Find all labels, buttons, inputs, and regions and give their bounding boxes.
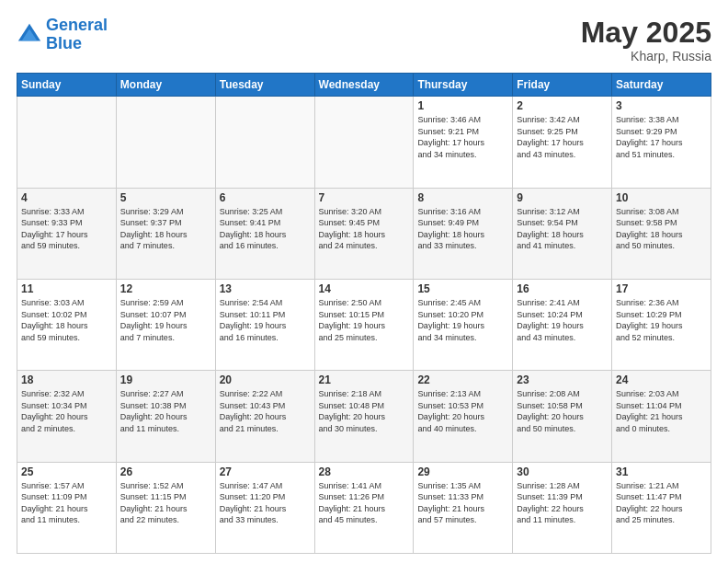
- day-number: 26: [120, 465, 211, 478]
- day-number: 8: [417, 191, 508, 204]
- logo-general: General: [46, 16, 108, 34]
- day-info: Sunrise: 2:32 AM Sunset: 10:34 PM Daylig…: [21, 388, 112, 434]
- day-info: Sunrise: 3:29 AM Sunset: 9:37 PM Dayligh…: [120, 206, 211, 252]
- title-block: May 2025 Kharp, Russia: [581, 17, 711, 63]
- day-number: 6: [220, 191, 311, 204]
- header: General Blue May 2025 Kharp, Russia: [17, 17, 711, 63]
- day-number: 16: [517, 282, 608, 295]
- day-info: Sunrise: 2:59 AM Sunset: 10:07 PM Daylig…: [120, 297, 211, 343]
- day-number: 15: [417, 282, 508, 295]
- day-info: Sunrise: 2:45 AM Sunset: 10:20 PM Daylig…: [417, 297, 508, 343]
- day-cell: 9Sunrise: 3:12 AM Sunset: 9:54 PM Daylig…: [513, 188, 612, 279]
- day-info: Sunrise: 2:54 AM Sunset: 10:11 PM Daylig…: [220, 297, 311, 343]
- day-cell: 8Sunrise: 3:16 AM Sunset: 9:49 PM Daylig…: [414, 188, 513, 279]
- day-info: Sunrise: 2:36 AM Sunset: 10:29 PM Daylig…: [616, 297, 707, 343]
- day-info: Sunrise: 1:52 AM Sunset: 11:15 PM Daylig…: [120, 480, 211, 526]
- day-cell: [116, 97, 215, 188]
- day-cell: 4Sunrise: 3:33 AM Sunset: 9:33 PM Daylig…: [17, 188, 117, 279]
- day-info: Sunrise: 2:13 AM Sunset: 10:53 PM Daylig…: [417, 388, 508, 434]
- day-info: Sunrise: 2:27 AM Sunset: 10:38 PM Daylig…: [120, 388, 211, 434]
- day-number: 14: [319, 282, 410, 295]
- logo-icon: [17, 22, 42, 48]
- day-cell: 11Sunrise: 3:03 AM Sunset: 10:02 PM Dayl…: [17, 279, 117, 370]
- day-info: Sunrise: 1:47 AM Sunset: 11:20 PM Daylig…: [220, 480, 311, 526]
- day-cell: 7Sunrise: 3:20 AM Sunset: 9:45 PM Daylig…: [314, 188, 414, 279]
- day-number: 19: [120, 373, 211, 386]
- day-cell: 13Sunrise: 2:54 AM Sunset: 10:11 PM Dayl…: [215, 279, 314, 370]
- day-cell: 15Sunrise: 2:45 AM Sunset: 10:20 PM Dayl…: [414, 279, 513, 370]
- day-info: Sunrise: 3:42 AM Sunset: 9:25 PM Dayligh…: [517, 114, 608, 160]
- day-info: Sunrise: 2:41 AM Sunset: 10:24 PM Daylig…: [517, 297, 608, 343]
- week-row-3: 11Sunrise: 3:03 AM Sunset: 10:02 PM Dayl…: [17, 279, 711, 370]
- day-info: Sunrise: 3:25 AM Sunset: 9:41 PM Dayligh…: [220, 206, 311, 252]
- day-number: 9: [517, 191, 608, 204]
- day-cell: 22Sunrise: 2:13 AM Sunset: 10:53 PM Dayl…: [414, 371, 513, 462]
- day-info: Sunrise: 2:22 AM Sunset: 10:43 PM Daylig…: [220, 388, 311, 434]
- day-number: 13: [220, 282, 311, 295]
- day-cell: 27Sunrise: 1:47 AM Sunset: 11:20 PM Dayl…: [215, 462, 314, 553]
- logo-text: General Blue: [46, 17, 108, 53]
- week-row-1: 1Sunrise: 3:46 AM Sunset: 9:21 PM Daylig…: [17, 97, 711, 188]
- day-cell: 23Sunrise: 2:08 AM Sunset: 10:58 PM Dayl…: [513, 371, 612, 462]
- day-number: 24: [616, 373, 707, 386]
- day-header-sunday: Sunday: [17, 74, 117, 97]
- logo: General Blue: [17, 17, 108, 53]
- day-cell: 31Sunrise: 1:21 AM Sunset: 11:47 PM Dayl…: [612, 462, 711, 553]
- page: General Blue May 2025 Kharp, Russia Sund…: [0, 0, 728, 563]
- day-number: 5: [120, 191, 211, 204]
- main-title: May 2025: [581, 17, 711, 49]
- day-info: Sunrise: 3:16 AM Sunset: 9:49 PM Dayligh…: [417, 206, 508, 252]
- day-number: 20: [220, 373, 311, 386]
- logo-blue: Blue: [46, 34, 82, 52]
- day-number: 3: [616, 99, 707, 112]
- day-cell: 20Sunrise: 2:22 AM Sunset: 10:43 PM Dayl…: [215, 371, 314, 462]
- day-cell: 25Sunrise: 1:57 AM Sunset: 11:09 PM Dayl…: [17, 462, 117, 553]
- day-cell: 5Sunrise: 3:29 AM Sunset: 9:37 PM Daylig…: [116, 188, 215, 279]
- week-row-2: 4Sunrise: 3:33 AM Sunset: 9:33 PM Daylig…: [17, 188, 711, 279]
- day-info: Sunrise: 2:50 AM Sunset: 10:15 PM Daylig…: [319, 297, 410, 343]
- day-header-friday: Friday: [513, 74, 612, 97]
- day-cell: 14Sunrise: 2:50 AM Sunset: 10:15 PM Dayl…: [314, 279, 414, 370]
- day-cell: 6Sunrise: 3:25 AM Sunset: 9:41 PM Daylig…: [215, 188, 314, 279]
- day-cell: 1Sunrise: 3:46 AM Sunset: 9:21 PM Daylig…: [414, 97, 513, 188]
- day-info: Sunrise: 1:35 AM Sunset: 11:33 PM Daylig…: [417, 480, 508, 526]
- subtitle: Kharp, Russia: [581, 49, 711, 63]
- week-row-5: 25Sunrise: 1:57 AM Sunset: 11:09 PM Dayl…: [17, 462, 711, 553]
- day-info: Sunrise: 3:20 AM Sunset: 9:45 PM Dayligh…: [319, 206, 410, 252]
- day-info: Sunrise: 1:41 AM Sunset: 11:26 PM Daylig…: [319, 480, 410, 526]
- day-info: Sunrise: 3:08 AM Sunset: 9:58 PM Dayligh…: [616, 206, 707, 252]
- day-info: Sunrise: 1:57 AM Sunset: 11:09 PM Daylig…: [21, 480, 112, 526]
- day-info: Sunrise: 2:08 AM Sunset: 10:58 PM Daylig…: [517, 388, 608, 434]
- day-number: 22: [417, 373, 508, 386]
- day-info: Sunrise: 3:38 AM Sunset: 9:29 PM Dayligh…: [616, 114, 707, 160]
- day-info: Sunrise: 2:18 AM Sunset: 10:48 PM Daylig…: [319, 388, 410, 434]
- day-cell: 2Sunrise: 3:42 AM Sunset: 9:25 PM Daylig…: [513, 97, 612, 188]
- day-cell: 21Sunrise: 2:18 AM Sunset: 10:48 PM Dayl…: [314, 371, 414, 462]
- calendar-header-row: SundayMondayTuesdayWednesdayThursdayFrid…: [17, 74, 711, 97]
- day-cell: 24Sunrise: 2:03 AM Sunset: 11:04 PM Dayl…: [612, 371, 711, 462]
- day-cell: 29Sunrise: 1:35 AM Sunset: 11:33 PM Dayl…: [414, 462, 513, 553]
- day-cell: 12Sunrise: 2:59 AM Sunset: 10:07 PM Dayl…: [116, 279, 215, 370]
- day-header-monday: Monday: [116, 74, 215, 97]
- day-number: 27: [220, 465, 311, 478]
- day-cell: 19Sunrise: 2:27 AM Sunset: 10:38 PM Dayl…: [116, 371, 215, 462]
- day-number: 18: [21, 373, 112, 386]
- day-cell: 28Sunrise: 1:41 AM Sunset: 11:26 PM Dayl…: [314, 462, 414, 553]
- day-number: 2: [517, 99, 608, 112]
- day-header-saturday: Saturday: [612, 74, 711, 97]
- day-number: 11: [21, 282, 112, 295]
- day-cell: 10Sunrise: 3:08 AM Sunset: 9:58 PM Dayli…: [612, 188, 711, 279]
- day-cell: 18Sunrise: 2:32 AM Sunset: 10:34 PM Dayl…: [17, 371, 117, 462]
- day-header-thursday: Thursday: [414, 74, 513, 97]
- day-cell: 3Sunrise: 3:38 AM Sunset: 9:29 PM Daylig…: [612, 97, 711, 188]
- day-info: Sunrise: 3:33 AM Sunset: 9:33 PM Dayligh…: [21, 206, 112, 252]
- day-number: 30: [517, 465, 608, 478]
- day-header-wednesday: Wednesday: [314, 74, 414, 97]
- week-row-4: 18Sunrise: 2:32 AM Sunset: 10:34 PM Dayl…: [17, 371, 711, 462]
- calendar-table: SundayMondayTuesdayWednesdayThursdayFrid…: [17, 73, 711, 554]
- day-number: 12: [120, 282, 211, 295]
- day-cell: [215, 97, 314, 188]
- day-number: 17: [616, 282, 707, 295]
- day-info: Sunrise: 3:12 AM Sunset: 9:54 PM Dayligh…: [517, 206, 608, 252]
- day-number: 31: [616, 465, 707, 478]
